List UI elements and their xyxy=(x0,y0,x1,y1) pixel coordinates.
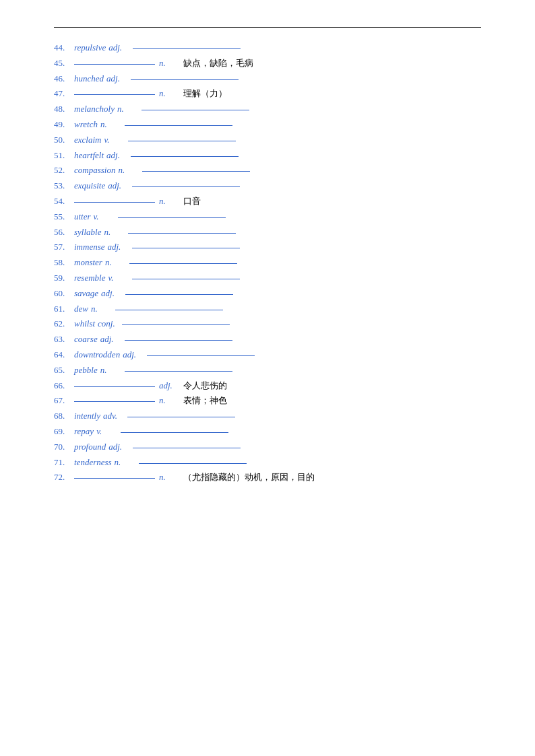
list-item: 68.intentlyadv. xyxy=(54,409,481,423)
item-number: 63. xyxy=(54,333,74,347)
item-pos: adj. xyxy=(108,179,128,193)
item-answer-blank xyxy=(132,248,240,248)
item-definition: 口音 xyxy=(183,195,201,209)
item-word: profound xyxy=(74,440,106,454)
item-pos: n. xyxy=(91,302,111,316)
item-number: 54. xyxy=(54,195,74,209)
item-pos: adv. xyxy=(103,409,123,423)
item-word: coarse xyxy=(74,333,98,347)
item-pos: n. xyxy=(118,164,138,178)
list-item: 58.monstern. xyxy=(54,256,481,270)
item-number: 51. xyxy=(54,149,74,163)
list-item: 51.heartfeltadj. xyxy=(54,149,481,163)
item-number: 67. xyxy=(54,394,74,408)
item-pos: adj. xyxy=(106,72,127,86)
list-item: 55.utterv. xyxy=(54,210,481,224)
item-pos: v. xyxy=(104,133,124,147)
item-word: utter xyxy=(74,210,91,224)
item-word: downtrodden xyxy=(74,348,120,362)
item-word: compassion xyxy=(74,164,115,178)
item-pos: conj. xyxy=(98,317,118,331)
item-answer-blank xyxy=(127,417,235,417)
list-item: 66.adj.令人悲伤的 xyxy=(54,379,481,393)
list-item: 64.downtroddenadj. xyxy=(54,348,481,362)
item-pos: n. xyxy=(159,471,179,485)
list-item: 71.tendernessn. xyxy=(54,456,481,470)
item-pos: v. xyxy=(94,210,114,224)
item-pos: n. xyxy=(115,456,135,470)
item-pos: v. xyxy=(96,425,117,439)
item-answer-blank xyxy=(122,324,230,325)
item-definition: 缺点，缺陷，毛病 xyxy=(183,57,253,71)
list-item: 50.exclaimv. xyxy=(54,133,481,147)
item-word: exquisite xyxy=(74,179,105,193)
item-pos: adj. xyxy=(101,287,121,301)
list-item: 69.repayv. xyxy=(54,425,481,439)
item-answer-blank xyxy=(147,355,255,356)
list-item: 72.n.（尤指隐藏的）动机，原因，目的 xyxy=(54,471,481,485)
item-answer-blank xyxy=(131,79,239,80)
item-word: intently xyxy=(74,409,100,423)
item-word: whilst xyxy=(74,317,95,331)
item-pos: adj. xyxy=(106,149,127,163)
item-number: 68. xyxy=(54,409,74,423)
item-number: 48. xyxy=(54,102,74,116)
list-item: 65.pebblen. xyxy=(54,364,481,378)
item-fill-blank xyxy=(74,64,155,65)
item-pos: n. xyxy=(105,256,125,270)
item-pos: n. xyxy=(159,57,179,71)
item-fill-blank xyxy=(74,386,155,387)
item-fill-blank xyxy=(74,478,155,479)
item-answer-blank xyxy=(121,432,228,433)
item-word: repulsive xyxy=(74,41,106,55)
item-answer-blank xyxy=(133,448,241,448)
list-item: 46.hunchedadj. xyxy=(54,72,481,86)
item-pos: adj. xyxy=(108,41,129,55)
item-number: 45. xyxy=(54,57,74,71)
item-number: 69. xyxy=(54,425,74,439)
item-pos: adj. xyxy=(100,333,121,347)
item-answer-blank xyxy=(133,48,241,49)
item-word: pebble xyxy=(74,364,98,378)
item-number: 72. xyxy=(54,471,74,485)
item-number: 59. xyxy=(54,271,74,285)
list-item: 56.syllablen. xyxy=(54,226,481,240)
item-word: syllable xyxy=(74,226,101,240)
item-pos: adj. xyxy=(108,440,129,454)
top-divider xyxy=(54,27,481,28)
item-word: tenderness xyxy=(74,456,112,470)
item-number: 71. xyxy=(54,456,74,470)
item-number: 57. xyxy=(54,240,74,254)
list-item: 47.n.理解（力） xyxy=(54,87,481,101)
vocabulary-list: 44.repulsiveadj.45.n.缺点，缺陷，毛病46.huncheda… xyxy=(54,41,481,485)
item-fill-blank xyxy=(74,401,155,402)
item-answer-blank xyxy=(125,125,232,126)
item-answer-blank xyxy=(142,171,250,172)
item-answer-blank xyxy=(125,371,232,372)
item-answer-blank xyxy=(141,110,249,110)
list-item: 60.savageadj. xyxy=(54,287,481,301)
item-word: savage xyxy=(74,287,98,301)
list-item: 57.immenseadj. xyxy=(54,240,481,254)
item-number: 64. xyxy=(54,348,74,362)
item-answer-blank xyxy=(128,141,236,141)
list-item: 63.coarseadj. xyxy=(54,333,481,347)
item-word: resemble xyxy=(74,271,105,285)
item-number: 52. xyxy=(54,164,74,178)
item-number: 62. xyxy=(54,317,74,331)
list-item: 53.exquisiteadj. xyxy=(54,179,481,193)
item-pos: adj. xyxy=(159,379,179,393)
item-pos: n. xyxy=(104,226,124,240)
list-item: 48.melancholyn. xyxy=(54,102,481,116)
item-answer-blank xyxy=(132,279,240,279)
item-number: 44. xyxy=(54,41,74,55)
list-item: 52.compassionn. xyxy=(54,164,481,178)
item-word: wretch xyxy=(74,118,98,132)
item-answer-blank xyxy=(131,156,239,157)
item-pos: v. xyxy=(108,271,128,285)
item-number: 65. xyxy=(54,364,74,378)
item-definition: （尤指隐藏的）动机，原因，目的 xyxy=(183,471,315,485)
item-fill-blank xyxy=(74,202,155,203)
list-item: 59.resemblev. xyxy=(54,271,481,285)
item-number: 47. xyxy=(54,87,74,101)
